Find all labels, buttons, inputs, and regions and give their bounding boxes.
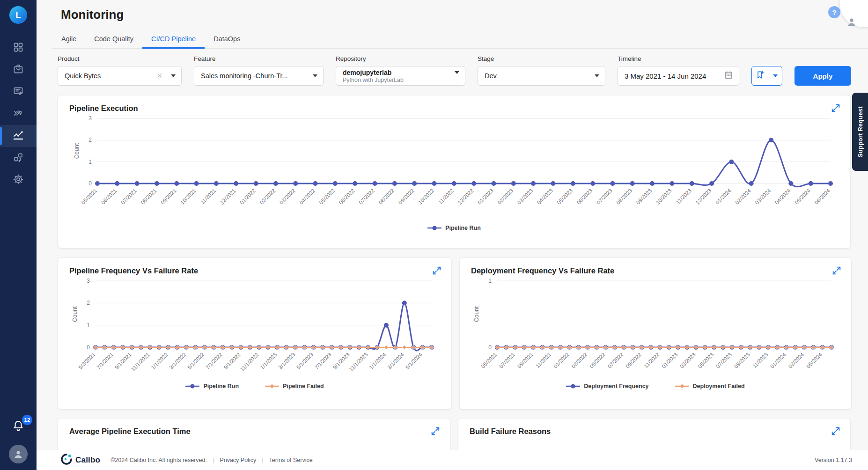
chart-legend: Pipeline RunPipeline Failed	[69, 383, 440, 389]
svg-text:04/2022: 04/2022	[298, 188, 316, 206]
svg-text:12/2021: 12/2021	[219, 188, 237, 206]
legend-item[interactable]: Deployment Failed	[675, 383, 745, 389]
svg-text:5/3/2021: 5/3/2021	[77, 352, 96, 370]
expand-icon[interactable]	[831, 426, 842, 437]
product-select[interactable]: Quick Bytes ✕	[58, 66, 182, 86]
privacy-policy-link[interactable]: Privacy Policy	[220, 457, 256, 463]
profile-avatar-button[interactable]	[846, 16, 858, 30]
stage-label: Stage	[478, 55, 605, 62]
calibo-logo-icon	[61, 454, 72, 467]
svg-text:01/2024: 01/2024	[769, 352, 787, 369]
svg-text:1/1/2023: 1/1/2023	[259, 352, 278, 370]
notifications-button[interactable]: 12	[12, 419, 25, 434]
divider: |	[213, 456, 214, 463]
legend-item[interactable]: Pipeline Run	[185, 383, 239, 389]
expand-icon[interactable]	[432, 265, 443, 277]
chart-title: Deployment Frequency Vs Failure Rate	[471, 266, 840, 275]
version-text: Version 1.17.3	[815, 457, 852, 463]
copyright-text: ©2024 Calibo Inc. All rights reserved.	[110, 457, 207, 463]
svg-text:3/1/2023: 3/1/2023	[277, 352, 296, 370]
launch-icon	[13, 108, 24, 121]
svg-text:11/2022: 11/2022	[437, 188, 455, 205]
svg-text:11/2023: 11/2023	[675, 188, 692, 205]
legend-item[interactable]: Pipeline Failed	[265, 383, 324, 389]
dashboard-icon	[13, 42, 24, 55]
expand-icon[interactable]	[831, 265, 843, 277]
legend-item[interactable]: Pipeline Run	[427, 225, 481, 231]
tab-code-quality[interactable]: Code Quality	[85, 30, 142, 48]
chevron-down-icon	[313, 74, 317, 77]
product-value: Quick Bytes	[65, 72, 156, 80]
help-button[interactable]: ?	[828, 6, 840, 18]
svg-text:11/2021: 11/2021	[535, 352, 552, 369]
svg-text:02/2024: 02/2024	[734, 188, 752, 206]
svg-text:2: 2	[87, 300, 90, 306]
timeline-filter: Timeline 3 May 2021 - 14 Jun 2024	[618, 55, 739, 86]
svg-text:05/2021: 05/2021	[480, 352, 498, 369]
expand-icon[interactable]	[430, 426, 441, 437]
timeline-input[interactable]: 3 May 2021 - 14 Jun 2024	[618, 66, 739, 86]
feature-select[interactable]: Sales monitoring -Churn-Tr...	[194, 66, 324, 86]
svg-text:Count: Count	[72, 306, 78, 322]
feature-filter: Feature Sales monitoring -Churn-Tr...	[194, 55, 324, 86]
svg-text:08/2022: 08/2022	[377, 188, 395, 206]
svg-text:03/2023: 03/2023	[516, 188, 534, 206]
bookmark-plus-icon	[756, 70, 765, 81]
svg-text:07/2022: 07/2022	[358, 188, 375, 206]
support-request-tab[interactable]: Support Request	[852, 93, 868, 171]
deployment-frequency-card: Deployment Frequency Vs Failure Rate 01C…	[459, 257, 852, 410]
repository-label: Repository	[336, 55, 465, 62]
svg-text:7/1/2021: 7/1/2021	[96, 352, 114, 370]
sidebar-item-sync[interactable]	[0, 147, 37, 169]
svg-text:06/2021: 06/2021	[100, 188, 118, 206]
svg-text:05/2021: 05/2021	[81, 188, 98, 206]
timeline-label: Timeline	[618, 55, 739, 62]
footer: Calibo ©2024 Calibo Inc. All rights rese…	[37, 450, 868, 470]
legend-item[interactable]: Deployment Frequency	[566, 383, 648, 389]
svg-text:5/1/2023: 5/1/2023	[295, 352, 314, 370]
svg-text:08/2021: 08/2021	[140, 188, 158, 206]
feature-label: Feature	[194, 55, 324, 62]
sidebar-item-launch[interactable]	[0, 103, 37, 125]
svg-text:09/2022: 09/2022	[625, 352, 642, 369]
svg-text:09/2021: 09/2021	[516, 352, 534, 369]
tab-agile[interactable]: Agile	[52, 30, 85, 48]
sidebar-item-settings[interactable]	[0, 169, 37, 191]
svg-text:Count: Count	[473, 306, 480, 322]
legend-label: Pipeline Failed	[283, 383, 324, 389]
sidebar-avatar[interactable]	[9, 445, 28, 463]
svg-text:07/2023: 07/2023	[715, 352, 733, 369]
sidebar-item-workspace[interactable]	[0, 59, 37, 81]
filter-bar: Product Quick Bytes ✕ Feature Sales moni…	[37, 49, 868, 86]
tab-cicd-pipeline[interactable]: CI/CD Pipeline	[142, 30, 205, 48]
svg-text:3: 3	[88, 115, 92, 122]
svg-text:7/1/2023: 7/1/2023	[314, 352, 332, 370]
svg-text:05/2022: 05/2022	[318, 188, 336, 206]
svg-text:03/2023: 03/2023	[679, 352, 697, 369]
expand-icon[interactable]	[831, 103, 842, 114]
sidebar-item-monitoring[interactable]	[0, 125, 37, 147]
bookmark-add-button[interactable]	[752, 66, 769, 85]
chart-legend: Deployment FrequencyDeployment Failed	[471, 383, 840, 389]
stage-select[interactable]: Dev	[478, 66, 605, 86]
terms-of-service-link[interactable]: Terms of Service	[269, 457, 313, 463]
svg-text:3: 3	[87, 278, 90, 284]
repository-filter: Repository demojupyterlab Python with Ju…	[336, 55, 465, 86]
svg-text:11/2023: 11/2023	[751, 352, 769, 369]
tab-dataops[interactable]: DataOps	[205, 30, 249, 48]
chart-title: Build Failure Reasons	[470, 427, 839, 436]
chart-title: Pipeline Frequency Vs Failure Rate	[69, 266, 440, 275]
page-title: Monitoring	[37, 0, 868, 22]
svg-text:12/2022: 12/2022	[457, 188, 475, 206]
gear-icon	[13, 174, 24, 187]
clear-icon[interactable]: ✕	[156, 72, 162, 80]
timeline-value: 3 May 2021 - 14 Jun 2024	[625, 72, 720, 80]
svg-text:0: 0	[87, 344, 90, 351]
apply-button[interactable]: Apply	[794, 66, 851, 86]
sidebar-item-board[interactable]	[0, 81, 37, 103]
bookmark-menu-button[interactable]	[769, 66, 782, 85]
repository-select[interactable]: demojupyterlab Python with JupyterLab	[336, 66, 465, 86]
svg-text:10/2022: 10/2022	[417, 188, 435, 206]
sidebar-item-dashboard[interactable]	[0, 37, 37, 59]
app-logo[interactable]: L	[9, 6, 27, 24]
